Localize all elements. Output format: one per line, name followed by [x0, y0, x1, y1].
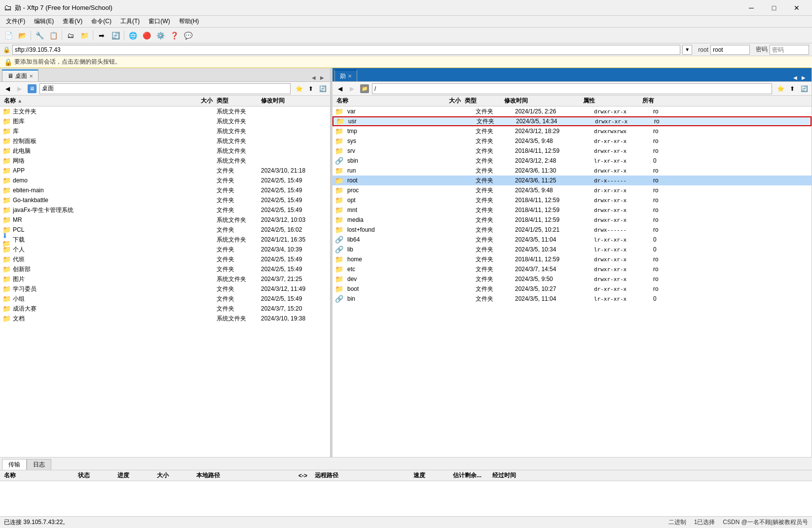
list-item[interactable]: ⬇📁 下载 系统文件夹 2024/1/21, 16:35 [0, 235, 330, 245]
right-col-size[interactable]: 大小 [433, 97, 463, 105]
left-tab-prev[interactable]: ◀ [310, 73, 318, 81]
session-manager-button[interactable]: 🔧 [33, 30, 46, 41]
url-dropdown[interactable]: ▼ [682, 45, 692, 55]
list-item[interactable]: 📁 控制面板 系统文件夹 [0, 136, 330, 146]
minimize-button[interactable]: ─ [740, 0, 763, 16]
menu-help[interactable]: 帮助(H) [175, 16, 203, 27]
list-item[interactable]: 📁 MR 系统文件夹 2024/3/12, 10:03 [0, 215, 330, 225]
left-tab-next[interactable]: ▶ [318, 73, 326, 81]
list-item[interactable]: 📁 此电脑 系统文件夹 [0, 146, 330, 156]
list-item[interactable]: 🔗 lib64 文件夹 2024/3/5, 11:04 lr-xr-xr-x 0 [332, 235, 812, 245]
list-item[interactable]: 📁 成语大赛 文件夹 2024/3/7, 15:20 [0, 304, 330, 314]
left-col-size[interactable]: 大小 [185, 97, 215, 105]
list-item[interactable]: 📁 demo 文件夹 2024/2/5, 15:49 [0, 176, 330, 185]
chat-button[interactable]: 💬 [182, 30, 194, 41]
globe-button[interactable]: 🌐 [126, 30, 139, 41]
list-item[interactable]: 📁 home 文件夹 2018/4/11, 12:59 drwxr-xr-x r… [332, 254, 812, 264]
right-file-list[interactable]: 📁 var 文件夹 2024/1/25, 2:26 drwxr-xr-x ro … [332, 106, 812, 457]
menu-command[interactable]: 命令(C) [87, 16, 115, 27]
right-tab-remote[interactable]: 勋 ✕ [334, 70, 357, 81]
close-button[interactable]: ✕ [785, 0, 808, 16]
list-item[interactable]: 📁 tmp 文件夹 2024/3/12, 18:29 drwxrwxrwx ro [332, 126, 812, 136]
right-tab-next[interactable]: ▶ [800, 73, 808, 81]
list-item[interactable]: 📁 sys 文件夹 2024/3/5, 9:48 dr-xr-xr-x ro [332, 136, 812, 146]
left-up-button[interactable]: ⬆ [305, 83, 316, 94]
left-tab-desktop[interactable]: 🖥 桌面 ✕ [2, 70, 38, 81]
right-path-input[interactable] [372, 83, 772, 94]
right-col-owner[interactable]: 所有 [640, 97, 665, 105]
username-input[interactable] [710, 45, 750, 55]
open-session-button[interactable]: 📂 [16, 30, 29, 41]
list-item[interactable]: 📁 PCL 文件夹 2024/2/5, 16:02 [0, 225, 330, 235]
list-item[interactable]: 📁 etc 文件夹 2024/3/7, 14:54 drwxr-xr-x ro [332, 264, 812, 274]
transfer-tab-log[interactable]: 日志 [27, 459, 51, 470]
left-forward-button[interactable]: ▶ [14, 83, 25, 94]
right-col-type[interactable]: 类型 [463, 97, 502, 105]
list-item[interactable]: 📁 ebiten-main 文件夹 2024/2/5, 15:49 [0, 185, 330, 195]
right-up-button[interactable]: ⬆ [787, 83, 798, 94]
right-tab-prev[interactable]: ◀ [791, 73, 799, 81]
list-item[interactable]: 📁 主文件夹 系统文件夹 [0, 106, 330, 116]
list-item[interactable]: 📁 个人 文件夹 2024/3/4, 10:39 [0, 245, 330, 254]
menu-view[interactable]: 查看(V) [59, 16, 86, 27]
maximize-button[interactable]: □ [763, 0, 785, 16]
left-file-list[interactable]: 📁 主文件夹 系统文件夹 📁 图库 系统文件夹 📁 库 系统文件夹 📁 控制面板… [0, 106, 330, 457]
left-bookmark-button[interactable]: ⭐ [294, 83, 304, 94]
new-session-button[interactable]: 📄 [2, 30, 15, 41]
list-item[interactable]: 🔗 lib 文件夹 2024/3/5, 10:34 lr-xr-xr-x 0 [332, 245, 812, 254]
right-col-attr[interactable]: 属性 [581, 97, 640, 105]
right-bookmark-button[interactable]: ⭐ [775, 83, 786, 94]
right-back-button[interactable]: ◀ [334, 83, 345, 94]
list-item[interactable]: 📁 javaFx-学生卡管理系统 文件夹 2024/2/5, 15:49 [0, 205, 330, 215]
list-item[interactable]: 📁 var 文件夹 2024/1/25, 2:26 drwxr-xr-x ro [332, 106, 812, 116]
transfer-button[interactable]: ➡ [95, 30, 108, 41]
menu-edit[interactable]: 编辑(E) [30, 16, 58, 27]
clone-button[interactable]: 📋 [47, 30, 60, 41]
left-path-input[interactable] [39, 83, 291, 94]
right-forward-button[interactable]: ▶ [346, 83, 357, 94]
password-input[interactable] [770, 45, 809, 55]
list-item[interactable]: 📁 proc 文件夹 2024/3/5, 9:48 dr-xr-xr-x ro [332, 185, 812, 195]
menu-file[interactable]: 文件(F) [2, 16, 29, 27]
menu-window[interactable]: 窗口(W) [145, 16, 174, 27]
list-item[interactable]: 📁 usr 文件夹 2024/3/5, 14:34 drwxr-xr-x ro [332, 116, 812, 126]
url-input[interactable] [12, 45, 680, 55]
right-refresh-button[interactable]: 🔄 [799, 83, 810, 94]
list-item[interactable]: 📁 mnt 文件夹 2018/4/11, 12:59 drwxr-xr-x ro [332, 205, 812, 215]
list-item[interactable]: 📁 srv 文件夹 2018/4/11, 12:59 drwxr-xr-x ro [332, 146, 812, 156]
right-col-modified[interactable]: 修改时间 [502, 97, 581, 105]
list-item[interactable]: 📁 学习委员 文件夹 2024/3/12, 11:49 [0, 284, 330, 294]
list-item[interactable]: 📁 lost+found 文件夹 2024/1/25, 10:21 drwx--… [332, 225, 812, 235]
config-button[interactable]: ⚙️ [154, 30, 167, 41]
list-item[interactable]: 📁 小组 文件夹 2024/2/5, 15:49 [0, 294, 330, 304]
list-item[interactable]: 📁 文档 系统文件夹 2024/3/10, 19:38 [0, 314, 330, 323]
list-item[interactable]: 📁 media 文件夹 2018/4/11, 12:59 drwxr-xr-x … [332, 215, 812, 225]
list-item[interactable]: 📁 boot 文件夹 2024/3/5, 10:27 dr-xr-xr-x ro [332, 284, 812, 294]
list-item[interactable]: 📁 Go-tankbattle 文件夹 2024/2/5, 15:49 [0, 195, 330, 205]
list-item[interactable]: 📁 图片 系统文件夹 2024/3/7, 21:25 [0, 274, 330, 284]
list-item[interactable]: 📁 root 文件夹 2024/3/6, 11:25 dr-x------ ro [332, 176, 812, 185]
right-tab-close[interactable]: ✕ [348, 73, 352, 79]
left-refresh-button[interactable]: 🔄 [317, 83, 328, 94]
left-col-type[interactable]: 类型 [215, 97, 259, 105]
list-item[interactable]: 📁 网络 系统文件夹 [0, 156, 330, 166]
stop-button[interactable]: 🔴 [140, 30, 153, 41]
transfer-tab-transfer[interactable]: 传输 [2, 459, 27, 470]
left-col-name[interactable]: 名称 ▲ [2, 97, 185, 105]
list-item[interactable]: 📁 图库 系统文件夹 [0, 116, 330, 126]
list-item[interactable]: 📁 run 文件夹 2024/3/6, 11:30 drwxr-xr-x ro [332, 166, 812, 176]
sync-button[interactable]: 🔄 [109, 30, 122, 41]
list-item[interactable]: 📁 库 系统文件夹 [0, 126, 330, 136]
list-item[interactable]: 🔗 sbin 文件夹 2024/3/12, 2:48 lr-xr-xr-x 0 [332, 156, 812, 166]
list-item[interactable]: 📁 代班 文件夹 2024/2/5, 15:49 [0, 254, 330, 264]
left-col-modified[interactable]: 修改时间 [259, 97, 328, 105]
list-item[interactable]: 📁 dev 文件夹 2024/3/5, 9:50 drwxr-xr-x ro [332, 274, 812, 284]
list-item[interactable]: 📁 APP 文件夹 2024/3/10, 21:18 [0, 166, 330, 176]
list-item[interactable]: 📁 opt 文件夹 2018/4/11, 12:59 drwxr-xr-x ro [332, 195, 812, 205]
right-col-name[interactable]: 名称 [334, 97, 433, 105]
left-back-button[interactable]: ◀ [2, 83, 13, 94]
menu-tools[interactable]: 工具(T) [116, 16, 144, 27]
remote-panel-button[interactable]: 📁 [78, 30, 91, 41]
list-item[interactable]: 🔗 bin 文件夹 2024/3/5, 11:04 lr-xr-xr-x 0 [332, 294, 812, 304]
left-tab-close[interactable]: ✕ [29, 73, 33, 79]
